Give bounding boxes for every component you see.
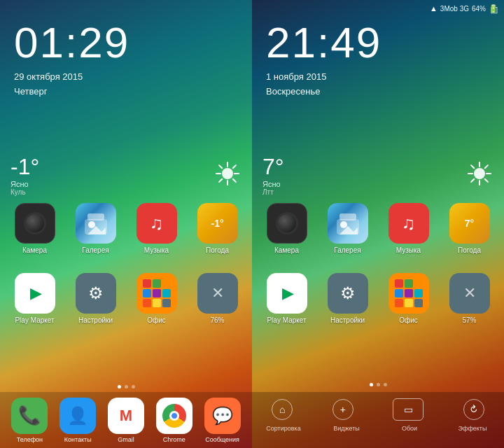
svg-point-14 bbox=[474, 168, 485, 179]
app-battery[interactable]: ✕ 76% bbox=[190, 273, 245, 324]
app-gallery[interactable]: Галерея bbox=[68, 203, 123, 254]
right-weather-desc: Ясно bbox=[262, 180, 284, 188]
nav-effects-button[interactable]: ↻ bbox=[463, 399, 484, 420]
right-app-office[interactable]: Офис bbox=[381, 273, 436, 324]
right-temp: 7° bbox=[262, 154, 284, 180]
right-weather-city: Лтт bbox=[262, 188, 284, 196]
app-settings[interactable]: ⚙ Настройки bbox=[68, 273, 123, 324]
dock-phone[interactable]: 📞 Телефон bbox=[11, 398, 48, 443]
home-icon: ⌂ bbox=[279, 404, 285, 415]
right-weather: 7° Ясно Лтт bbox=[262, 154, 493, 196]
right-app-music[interactable]: ♫ Музыка bbox=[381, 203, 436, 254]
right-screen: ▲ 3Mob 3G 64% 🔋 ⊡ 21:49 1 ноября 2015 Во… bbox=[252, 0, 504, 448]
dot-1 bbox=[118, 385, 121, 388]
svg-point-0 bbox=[222, 168, 233, 179]
wifi-icon: ▲ bbox=[430, 4, 438, 13]
right-app-gallery[interactable]: Галерея bbox=[320, 203, 375, 254]
right-gallery-icon bbox=[334, 209, 362, 237]
right-clock: 21:49 bbox=[266, 21, 382, 64]
dock-contacts[interactable]: 👤 Контакты bbox=[59, 398, 96, 443]
battery-icon: 🔋 bbox=[489, 4, 498, 13]
right-sun-icon bbox=[465, 160, 493, 188]
right-app-grid-row2: ▶ Play Маркет ⚙ Настройки bbox=[259, 273, 497, 324]
left-page-dots bbox=[0, 385, 252, 388]
right-status-bar: ▲ 3Mob 3G 64% 🔋 bbox=[252, 0, 504, 17]
app-music[interactable]: ♫ Музыка bbox=[129, 203, 184, 254]
right-app-settings[interactable]: ⚙ Настройки bbox=[320, 273, 375, 324]
right-page-dots bbox=[252, 383, 504, 386]
right-nav-bar: ⌂ + ▭ ↻ Сортировка Виджеты Обои Эффекты bbox=[252, 392, 504, 448]
nav-labels: Сортировка Виджеты Обои Эффекты bbox=[252, 424, 504, 433]
signal-text: 3Mob 3G bbox=[440, 5, 469, 13]
right-date: 1 ноября 2015 Воскресенье bbox=[266, 70, 326, 99]
app-camera[interactable]: Камера bbox=[7, 203, 62, 254]
right-app-play[interactable]: ▶ Play Маркет bbox=[259, 273, 314, 324]
nav-add-button[interactable]: + bbox=[332, 399, 354, 420]
right-app-weather[interactable]: 7° Погода bbox=[442, 203, 497, 254]
nav-label-wallpaper: Обои bbox=[388, 425, 430, 432]
nav-home-button[interactable]: ⌂ bbox=[272, 399, 293, 420]
svg-point-11 bbox=[88, 221, 95, 228]
dot-2 bbox=[125, 385, 128, 388]
left-app-grid: Камера Галерея ♫ Музыка bbox=[7, 203, 245, 254]
recents-icon: ▭ bbox=[404, 404, 413, 415]
nav-buttons: ⌂ + ▭ ↻ bbox=[252, 392, 504, 424]
svg-line-22 bbox=[471, 179, 474, 182]
dock-chrome[interactable]: Chrome bbox=[156, 398, 192, 443]
svg-point-24 bbox=[340, 221, 347, 228]
right-dot-1 bbox=[370, 383, 373, 386]
gallery-icon bbox=[82, 209, 110, 237]
plus-icon: + bbox=[340, 404, 346, 415]
nav-label-widgets: Виджеты bbox=[326, 425, 368, 432]
left-dock: 📞 Телефон 👤 Контакты M Gmail Chrome bbox=[0, 392, 252, 448]
right-app-camera[interactable]: Камера bbox=[259, 203, 314, 254]
left-screen: 01:29 29 октября 2015 Четверг -1° Ясно К… bbox=[0, 0, 252, 448]
refresh-icon: ↻ bbox=[467, 402, 481, 416]
svg-rect-13 bbox=[88, 214, 104, 220]
right-dot-2 bbox=[377, 383, 380, 386]
svg-line-5 bbox=[219, 165, 222, 168]
nav-label-effects: Эффекты bbox=[451, 425, 493, 432]
sun-icon bbox=[214, 160, 241, 188]
svg-line-21 bbox=[485, 165, 488, 168]
svg-line-6 bbox=[233, 179, 236, 182]
nav-label-sort: Сортировка bbox=[262, 425, 304, 432]
left-weather: -1° Ясно Куль bbox=[10, 154, 241, 196]
battery-text: 64% bbox=[472, 5, 486, 13]
left-clock: 01:29 bbox=[14, 21, 130, 64]
dock-messages[interactable]: 💬 Сообщения bbox=[204, 398, 241, 443]
app-office[interactable]: Офис bbox=[129, 273, 184, 324]
right-app-battery[interactable]: ✕ 57% bbox=[442, 273, 497, 324]
svg-line-8 bbox=[219, 179, 222, 182]
dock-gmail[interactable]: M Gmail bbox=[108, 398, 144, 443]
left-weather-city: Куль bbox=[10, 188, 39, 196]
left-app-grid-row2: ▶ Play Маркет ⚙ Настройки bbox=[7, 273, 245, 324]
nav-recents-button[interactable]: ▭ bbox=[393, 398, 424, 421]
svg-line-7 bbox=[233, 165, 236, 168]
dot-3 bbox=[132, 385, 135, 388]
left-weather-desc: Ясно bbox=[10, 180, 39, 188]
left-date: 29 октября 2015 Четверг bbox=[14, 70, 83, 99]
right-app-grid: Камера Галерея ♫ Музыка 7° Погод bbox=[259, 203, 497, 254]
app-weather[interactable]: -1° Погода bbox=[190, 203, 245, 254]
app-play[interactable]: ▶ Play Маркет bbox=[7, 273, 62, 324]
left-temp: -1° bbox=[10, 154, 39, 180]
svg-line-19 bbox=[471, 165, 474, 168]
svg-line-20 bbox=[485, 179, 488, 182]
svg-rect-26 bbox=[340, 214, 356, 220]
right-dot-3 bbox=[384, 383, 387, 386]
